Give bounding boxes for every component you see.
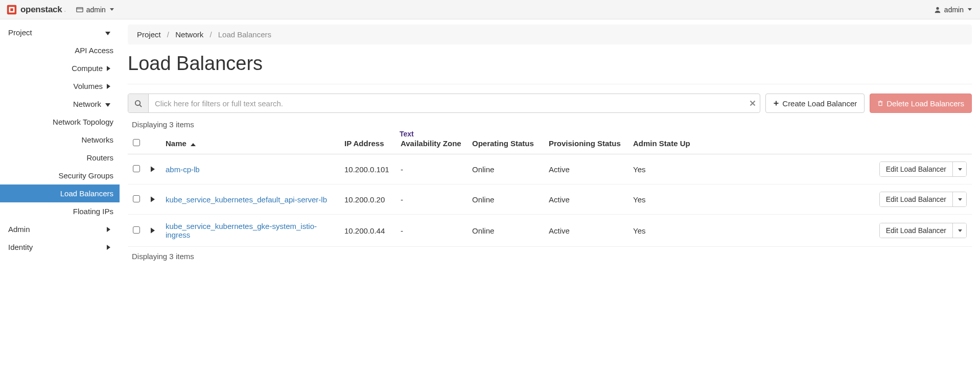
svg-marker-17 <box>151 196 155 202</box>
col-actions <box>702 133 972 154</box>
expand-row-icon[interactable] <box>151 165 155 174</box>
cell-az: - <box>395 215 467 247</box>
row-checkbox[interactable] <box>133 226 140 234</box>
cell-ip: 10.200.0.44 <box>339 215 395 247</box>
trash-icon <box>877 99 883 108</box>
sidebar-volumes[interactable]: Volumes <box>0 77 120 95</box>
breadcrumb-current: Load Balancers <box>218 30 271 39</box>
col-provisioning-status[interactable]: Provisioning Status <box>544 133 628 154</box>
expand-row-icon[interactable] <box>151 195 155 204</box>
search-group <box>128 94 760 113</box>
user-menu[interactable]: admin <box>934 6 972 14</box>
col-expand <box>145 133 160 154</box>
search-icon[interactable] <box>128 94 149 112</box>
user-label: admin <box>944 6 964 14</box>
sidebar-item-routers[interactable]: Routers <box>0 149 120 167</box>
row-checkbox[interactable] <box>133 165 140 172</box>
chevron-right-icon <box>107 225 110 234</box>
row-action-dropdown[interactable] <box>952 162 966 176</box>
chevron-right-icon <box>107 243 110 251</box>
sidebar-item-load-balancers[interactable]: Load Balancers <box>0 184 120 202</box>
sidebar-item-security-groups[interactable]: Security Groups <box>0 167 120 184</box>
sidebar-project[interactable]: Project <box>0 24 120 41</box>
edit-load-balancer-button[interactable]: Edit Load Balancer <box>880 192 952 206</box>
sidebar-network[interactable]: Network <box>0 95 120 113</box>
cell-provisioning-status: Active <box>544 215 628 247</box>
col-select-all <box>128 133 145 154</box>
caret-down-icon <box>958 229 962 232</box>
svg-rect-12 <box>879 102 882 105</box>
displaying-count-bottom: Displaying 3 items <box>132 252 972 261</box>
load-balancers-table: Name IP Address Text Availability Zone O… <box>128 133 972 247</box>
svg-line-7 <box>139 105 142 107</box>
search-input[interactable] <box>149 94 745 112</box>
edit-load-balancer-button[interactable]: Edit Load Balancer <box>880 162 952 176</box>
delete-load-balancers-button[interactable]: Delete Load Balancers <box>870 94 972 113</box>
svg-marker-16 <box>151 166 155 172</box>
create-load-balancer-button[interactable]: Create Load Balancer <box>765 94 865 113</box>
sidebar-compute[interactable]: Compute <box>0 59 120 77</box>
search-clear-icon[interactable] <box>745 94 760 112</box>
toolbar: Create Load Balancer Delete Load Balance… <box>128 94 972 113</box>
cell-operating-status: Online <box>467 154 544 184</box>
cell-ip: 10.200.0.20 <box>339 184 395 215</box>
caret-down-icon <box>958 198 962 201</box>
plus-icon <box>773 99 779 108</box>
table-row: kube_service_kubernetes_gke-system_istio… <box>128 215 972 247</box>
project-picker-label: admin <box>86 6 106 14</box>
cell-provisioning-status: Active <box>544 184 628 215</box>
chevron-down-icon <box>105 28 110 37</box>
sidebar-item-networks[interactable]: Networks <box>0 131 120 149</box>
cell-admin-state-up: Yes <box>628 184 702 215</box>
top-navbar: openstack. admin admin <box>0 0 980 19</box>
project-picker[interactable]: admin <box>76 6 114 14</box>
sidebar-admin[interactable]: Admin <box>0 220 120 238</box>
caret-down-icon <box>110 8 114 11</box>
load-balancer-name-link[interactable]: kube_service_kubernetes_default_api-serv… <box>166 195 327 204</box>
col-admin-state-up[interactable]: Admin State Up <box>628 133 702 154</box>
svg-rect-2 <box>10 8 13 11</box>
select-all-checkbox[interactable] <box>133 139 140 146</box>
edit-load-balancer-button[interactable]: Edit Load Balancer <box>880 223 952 238</box>
expand-row-icon[interactable] <box>151 226 155 235</box>
cell-ip: 10.200.0.101 <box>339 154 395 184</box>
project-icon <box>76 6 83 13</box>
row-action-group: Edit Load Balancer <box>879 192 967 207</box>
load-balancer-name-link[interactable]: kube_service_kubernetes_gke-system_istio… <box>166 222 317 239</box>
svg-rect-3 <box>77 7 83 12</box>
overlay-text-annotation: Text <box>400 130 414 138</box>
main-content: Project / Network / Load Balancers Load … <box>120 19 980 273</box>
user-icon <box>934 6 941 13</box>
displaying-count-top: Displaying 3 items <box>132 120 972 129</box>
row-action-dropdown[interactable] <box>952 192 966 206</box>
sidebar-identity[interactable]: Identity <box>0 238 120 256</box>
svg-marker-18 <box>151 227 155 233</box>
svg-marker-15 <box>191 143 196 146</box>
divider <box>128 84 972 84</box>
row-action-dropdown[interactable] <box>952 223 966 238</box>
sidebar-item-network-topology[interactable]: Network Topology <box>0 113 120 131</box>
col-operating-status[interactable]: Operating Status <box>467 133 544 154</box>
page-title: Load Balancers <box>128 53 972 75</box>
brand[interactable]: openstack. <box>6 4 66 15</box>
cell-operating-status: Online <box>467 215 544 247</box>
load-balancer-name-link[interactable]: abm-cp-lb <box>166 165 200 174</box>
sidebar-item-floating-ips[interactable]: Floating IPs <box>0 202 120 220</box>
cell-operating-status: Online <box>467 184 544 215</box>
breadcrumb-project[interactable]: Project <box>137 30 161 39</box>
breadcrumb: Project / Network / Load Balancers <box>128 25 972 44</box>
svg-point-5 <box>936 7 939 9</box>
col-ip[interactable]: IP Address <box>339 133 395 154</box>
brand-text: openstack <box>20 5 62 15</box>
col-name[interactable]: Name <box>160 133 339 154</box>
cell-admin-state-up: Yes <box>628 215 702 247</box>
row-action-group: Edit Load Balancer <box>879 223 967 238</box>
caret-down-icon <box>958 168 962 171</box>
breadcrumb-network[interactable]: Network <box>175 30 203 39</box>
row-checkbox[interactable] <box>133 195 140 202</box>
cell-az: - <box>395 154 467 184</box>
sidebar-api-access[interactable]: API Access <box>0 41 120 59</box>
col-az[interactable]: Text Availability Zone <box>395 133 467 154</box>
chevron-right-icon <box>107 82 110 90</box>
openstack-logo-icon <box>6 4 17 15</box>
